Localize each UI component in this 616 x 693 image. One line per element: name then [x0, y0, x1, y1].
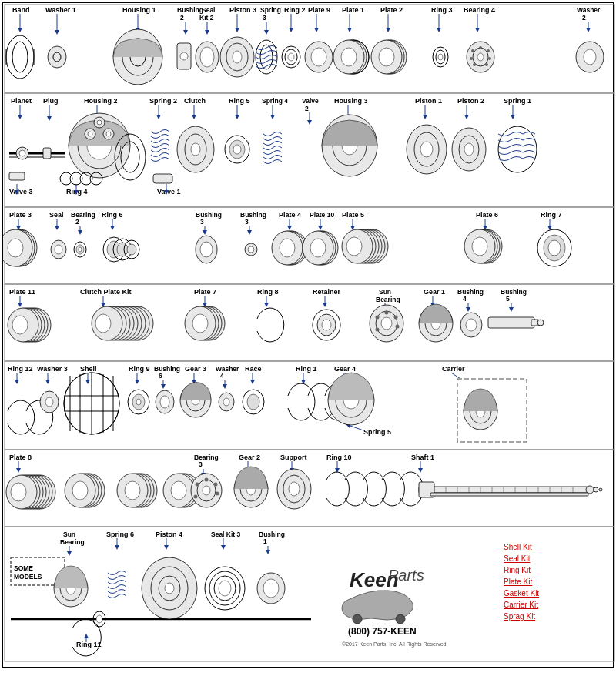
svg-point-386 [289, 482, 300, 496]
svg-text:Gear 3: Gear 3 [185, 365, 206, 373]
svg-point-276 [466, 319, 477, 331]
svg-point-263 [322, 320, 331, 330]
svg-text:Piston 1: Piston 1 [415, 97, 442, 105]
svg-text:Gear 1: Gear 1 [424, 288, 445, 296]
svg-point-64 [379, 48, 394, 66]
svg-text:Plate 9: Plate 9 [308, 6, 330, 14]
svg-point-43 [180, 52, 188, 60]
svg-point-146 [70, 172, 82, 185]
svg-text:6: 6 [159, 372, 162, 380]
svg-text:3: 3 [200, 218, 204, 226]
svg-point-380 [194, 495, 198, 499]
svg-text:Plate 6: Plate 6 [476, 211, 498, 219]
svg-text:Washer 1: Washer 1 [45, 6, 76, 14]
svg-text:Housing 3: Housing 3 [334, 97, 368, 105]
svg-point-190 [127, 244, 136, 255]
main-diagram: .lbl { font-family: Arial, sans-serif; f… [3, 3, 616, 665]
svg-point-192 [200, 242, 213, 257]
svg-text:3: 3 [263, 14, 266, 22]
svg-point-143 [498, 126, 537, 172]
svg-point-139 [420, 142, 433, 157]
plate-kit-link[interactable]: Plate Kit [504, 578, 532, 586]
svg-point-209 [346, 237, 362, 256]
svg-text:Bearing: Bearing [60, 538, 85, 546]
svg-text:Gear 4: Gear 4 [334, 365, 356, 373]
svg-text:2: 2 [75, 218, 79, 226]
svg-point-363 [72, 481, 88, 500]
shell-kit-link[interactable]: Shell Kit [504, 543, 532, 551]
svg-text:Retainer: Retainer [313, 288, 341, 296]
svg-point-179 [8, 239, 23, 257]
svg-point-45 [200, 47, 214, 67]
svg-point-55 [311, 48, 326, 66]
svg-rect-144 [9, 172, 25, 180]
svg-text:Piston 4: Piston 4 [156, 531, 182, 538]
svg-point-368 [125, 481, 140, 500]
svg-text:Valve: Valve [302, 97, 319, 105]
svg-point-142 [464, 143, 474, 156]
svg-text:Ring 12: Ring 12 [8, 365, 33, 373]
svg-point-184 [79, 247, 82, 252]
svg-point-73 [487, 49, 490, 52]
svg-point-329 [247, 394, 259, 410]
ring-kit-link[interactable]: Ring Kit [504, 566, 531, 574]
svg-text:Bearing: Bearing [71, 211, 95, 219]
svg-text:Piston 2: Piston 2 [457, 97, 484, 105]
svg-text:5: 5 [506, 295, 510, 303]
svg-text:Race: Race [245, 365, 262, 373]
svg-text:Spring 1: Spring 1 [504, 97, 531, 105]
svg-point-115 [19, 150, 25, 156]
svg-point-402 [586, 486, 594, 494]
svg-point-308 [45, 397, 53, 407]
svg-text:Ring 2: Ring 2 [284, 6, 306, 14]
svg-text:(800) 757-KEEN: (800) 757-KEEN [348, 626, 417, 637]
svg-rect-277 [488, 317, 534, 328]
svg-text:Bearing 4: Bearing 4 [464, 6, 495, 14]
svg-text:Ring 1: Ring 1 [296, 365, 317, 373]
svg-text:4: 4 [220, 372, 224, 380]
svg-point-375 [203, 486, 210, 495]
svg-text:Bearing: Bearing [194, 454, 219, 461]
diagram-container: .lbl { font-family: Arial, sans-serif; f… [0, 2, 616, 668]
svg-point-266 [381, 317, 392, 330]
sprag-kit-link[interactable]: Sprag Kit [504, 612, 535, 621]
svg-point-376 [196, 483, 199, 487]
svg-point-442 [396, 614, 405, 624]
svg-text:Spring 6: Spring 6 [106, 531, 134, 538]
svg-text:Sun: Sun [63, 531, 75, 538]
svg-text:Plate 4: Plate 4 [279, 211, 301, 219]
svg-text:4: 4 [463, 295, 467, 303]
svg-text:Seal Kit 3: Seal Kit 3 [211, 531, 241, 538]
gasket-kit-link[interactable]: Gasket Kit [504, 589, 539, 598]
svg-text:Spring: Spring [260, 6, 281, 14]
svg-text:Sun: Sun [379, 288, 391, 296]
svg-text:Plate 7: Plate 7 [194, 288, 216, 296]
svg-point-403 [594, 487, 598, 492]
carrier-kit-link[interactable]: Carrier Kit [504, 601, 538, 609]
svg-point-379 [216, 492, 219, 496]
svg-point-322 [160, 396, 169, 408]
svg-text:Valve 1: Valve 1 [157, 188, 181, 196]
svg-text:1: 1 [263, 537, 267, 545]
svg-text:Washer: Washer [216, 365, 239, 373]
svg-point-34 [12, 42, 28, 72]
svg-point-37 [48, 46, 66, 68]
svg-point-194 [248, 246, 254, 253]
svg-text:Plate 5: Plate 5 [342, 211, 364, 219]
svg-point-428 [96, 615, 102, 623]
svg-point-378 [214, 483, 218, 487]
seal-kit-link[interactable]: Seal Kit [504, 554, 531, 563]
svg-text:Planet: Planet [11, 97, 32, 105]
svg-point-77 [470, 57, 473, 60]
svg-point-279 [537, 320, 544, 326]
svg-point-188 [117, 243, 128, 256]
svg-text:Ring 9: Ring 9 [129, 365, 150, 373]
svg-rect-389 [430, 493, 588, 496]
svg-text:Support: Support [280, 454, 307, 461]
svg-text:Bushing: Bushing [500, 288, 527, 296]
svg-rect-149 [153, 174, 172, 183]
svg-rect-116 [43, 148, 51, 159]
svg-point-358 [11, 483, 26, 501]
svg-text:Bushing: Bushing [177, 6, 203, 14]
svg-text:Spring 2: Spring 2 [149, 97, 177, 105]
